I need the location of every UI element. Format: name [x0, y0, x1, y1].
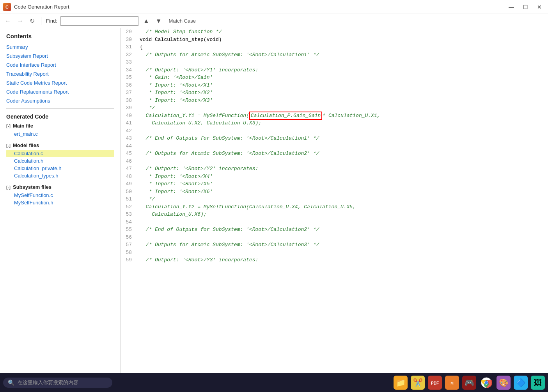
app-icon-letter: C: [5, 5, 9, 9]
toolbar-separator: [41, 17, 41, 25]
file-calculation-h[interactable]: Calculation.h: [6, 157, 114, 165]
minimize-button[interactable]: —: [506, 3, 517, 11]
code-text: {: [140, 44, 143, 50]
file-calculation-types-h[interactable]: Calculation_types.h: [6, 172, 114, 179]
sidebar-item-subsystem-report[interactable]: Subsystem Report: [6, 53, 114, 59]
code-line: * Inport: '<Root>/X6': [137, 188, 548, 196]
line-number: 59: [121, 256, 137, 264]
table-row: 41 Calculation_U.X2, Calculation_U.X3);: [121, 119, 548, 127]
taskbar-app-red[interactable]: 🎮: [462, 376, 476, 390]
taskbar-app-chrome[interactable]: [479, 376, 493, 390]
code-line: Calculation_Y.Y1 = MySelfFunction(Calcul…: [137, 112, 548, 120]
find-input[interactable]: [60, 16, 138, 26]
file-myselfunction-c[interactable]: MySelfFunction.c: [6, 192, 114, 199]
table-row: 57 /* Outputs for Atomic SubSystem: '<Ro…: [121, 241, 548, 249]
line-number: 47: [121, 165, 137, 173]
subsystem-file-toggle[interactable]: [-]: [6, 185, 11, 190]
table-row: 58: [121, 249, 548, 257]
contents-heading: Contents: [6, 33, 114, 39]
toolbar: ← → ↻ Find: ▲ ▼ Match Case: [0, 14, 548, 28]
code-line: /* Outputs for Atomic SubSystem: '<Root>…: [137, 51, 548, 59]
code-table: 29 /* Model Step function */ 30 void Cal…: [121, 28, 548, 264]
code-line: /* Outport: '<Root>/Y2' incorporates:: [137, 165, 548, 173]
line-number: 34: [121, 66, 137, 74]
find-up-button[interactable]: ▲: [142, 17, 151, 25]
table-row: 46: [121, 158, 548, 165]
model-file-toggle[interactable]: [-]: [6, 143, 11, 148]
sidebar-item-code-replacements[interactable]: Code Replacements Report: [6, 89, 114, 95]
model-file-group: [-] Model files Calculation.c Calculatio…: [6, 142, 114, 179]
code-line: [137, 142, 548, 150]
table-row: 53 Calculation_U.X6);: [121, 211, 548, 218]
taskbar-search[interactable]: 🔍 在这里输入你要搜索的内容: [3, 378, 112, 388]
table-row: 38 * Inport: '<Root>/X3': [121, 97, 548, 105]
back-button[interactable]: ←: [3, 17, 12, 25]
code-scroll[interactable]: 29 /* Model Step function */ 30 void Cal…: [121, 28, 548, 373]
code-line: * Inport: '<Root>/X5': [137, 180, 548, 188]
table-row: 29 /* Model Step function */: [121, 28, 548, 36]
sidebar: Contents Summary Subsystem Report Code I…: [0, 28, 121, 373]
code-line: */: [137, 104, 548, 112]
main-file-label: Main file: [13, 123, 33, 129]
file-calculation-c[interactable]: Calculation.c: [6, 150, 114, 157]
table-row: 39 */: [121, 104, 548, 112]
main-file-toggle[interactable]: [-]: [6, 124, 11, 128]
code-line: Calculation_Y.Y2 = MySelfFunction(Calcul…: [137, 203, 548, 211]
line-number: 39: [121, 104, 137, 112]
code-line: [137, 249, 548, 257]
match-case-button[interactable]: Match Case: [167, 17, 198, 25]
taskbar-app-palette[interactable]: 🎨: [497, 376, 511, 390]
table-row: 43 /* End of Outputs for SubSystem: '<Ro…: [121, 135, 548, 142]
table-row: 48 * Inport: '<Root>/X4': [121, 173, 548, 181]
title-bar-controls: — ☐ ✕: [506, 3, 545, 11]
main-file-header: [-] Main file: [6, 123, 114, 129]
code-line: * Inport: '<Root>/X2': [137, 89, 548, 97]
code-line: void Calculation_step(void): [137, 36, 548, 44]
line-number: 40: [121, 112, 137, 120]
line-number: 52: [121, 203, 137, 211]
taskbar-app-photos[interactable]: 🖼: [531, 376, 545, 390]
sidebar-item-coder-assumptions[interactable]: Coder Assumptions: [6, 98, 114, 104]
sidebar-item-summary[interactable]: Summary: [6, 44, 114, 50]
taskbar-app-folder[interactable]: 📁: [394, 376, 408, 390]
find-down-button[interactable]: ▼: [154, 17, 163, 25]
table-row: 32 /* Outputs for Atomic SubSystem: '<Ro…: [121, 51, 548, 59]
code-line: Calculation_U.X6);: [137, 211, 548, 218]
refresh-button[interactable]: ↻: [28, 16, 36, 25]
code-line: [137, 234, 548, 241]
code-line: * Inport: '<Root>/X4': [137, 173, 548, 181]
taskbar-app-scissors[interactable]: ✂️: [411, 376, 425, 390]
table-row: 54: [121, 218, 548, 226]
subsystem-file-label: Subsystem files: [13, 184, 51, 190]
sidebar-item-traceability[interactable]: Traceability Report: [6, 71, 114, 77]
taskbar-apps: 📁 ✂️ PDF M 🎮 🎨: [394, 376, 545, 390]
sidebar-item-code-interface[interactable]: Code Interface Report: [6, 62, 114, 68]
file-myselfunction-h[interactable]: MySelfFunction.h: [6, 199, 114, 206]
taskbar-app-pdf[interactable]: PDF: [428, 376, 442, 390]
sidebar-item-static-code[interactable]: Static Code Metrics Report: [6, 80, 114, 86]
table-row: 31 {: [121, 43, 548, 51]
chrome-icon: [481, 377, 492, 388]
svg-point-7: [485, 381, 488, 384]
subsystem-file-group: [-] Subsystem files MySelfFunction.c MyS…: [6, 184, 114, 206]
subsystem-file-header: [-] Subsystem files: [6, 184, 114, 190]
line-number: 37: [121, 89, 137, 97]
line-number: 55: [121, 226, 137, 234]
file-calculation-private-h[interactable]: Calculation_private.h: [6, 165, 114, 172]
maximize-button[interactable]: ☐: [520, 3, 531, 11]
code-panel: 29 /* Model Step function */ 30 void Cal…: [121, 28, 548, 373]
code-line: */: [137, 195, 548, 203]
close-button[interactable]: ✕: [534, 3, 545, 11]
code-line: /* Outputs for Atomic SubSystem: '<Root>…: [137, 150, 548, 158]
forward-button[interactable]: →: [16, 17, 25, 25]
taskbar-search-text: 在这里输入你要搜索的内容: [18, 379, 78, 386]
line-number: 30: [121, 36, 137, 44]
file-ert-main[interactable]: ert_main.c: [6, 130, 114, 138]
code-line: [137, 127, 548, 135]
code-line: /* Outport: '<Root>/Y1' incorporates:: [137, 66, 548, 74]
line-number: 45: [121, 150, 137, 158]
line-number: 56: [121, 234, 137, 241]
taskbar-app-matlab[interactable]: M: [445, 376, 459, 390]
line-number: 42: [121, 127, 137, 135]
taskbar-app-blue[interactable]: 🔷: [514, 376, 528, 390]
